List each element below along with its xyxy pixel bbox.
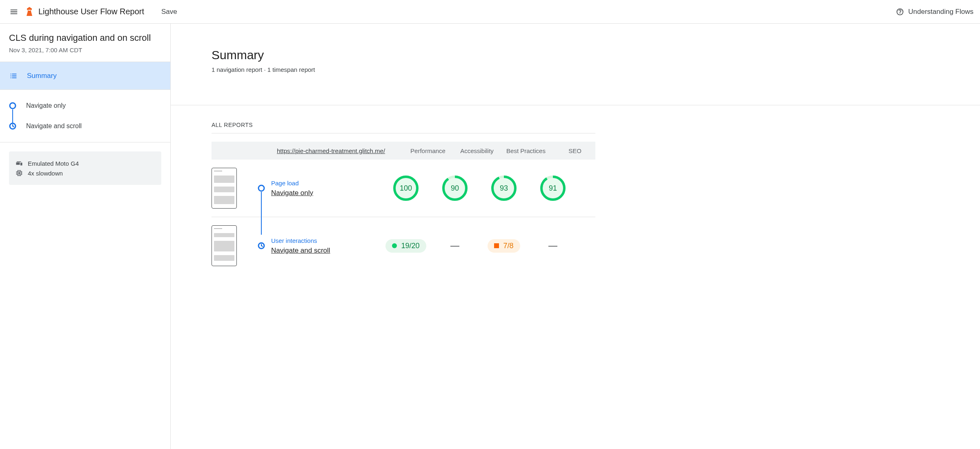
sidebar-step-label: Navigate and scroll — [26, 122, 82, 130]
lighthouse-logo-icon — [25, 7, 33, 17]
all-reports-heading: ALL REPORTS — [212, 122, 980, 128]
hamburger-icon — [9, 7, 18, 16]
gauge-best-practices: 93 — [491, 176, 517, 201]
sidebar-step-label: Navigate only — [26, 102, 66, 109]
help-icon — [896, 8, 904, 16]
col-seo: SEO — [550, 147, 599, 154]
flow-date: Nov 3, 2021, 7:00 AM CDT — [9, 47, 161, 53]
not-applicable: — — [450, 240, 459, 251]
table-row: Page load Navigate only 100 90 — [212, 160, 595, 217]
gauge-seo: 91 — [540, 176, 566, 201]
timespan-icon — [9, 122, 16, 130]
navigation-icon — [258, 184, 265, 192]
environment-info: Emulated Moto G4 4x slowdown — [9, 151, 161, 185]
table-header: https://pie-charmed-treatment.glitch.me/… — [212, 142, 595, 160]
sidebar-step-navigate-and-scroll[interactable]: Navigate and scroll — [0, 116, 170, 136]
screenshot-thumbnail — [212, 168, 237, 209]
page-subtitle: 1 navigation report · 1 timespan report — [212, 66, 980, 73]
cpu-throttle-label: 4x slowdown — [28, 170, 63, 177]
step-name-link[interactable]: Navigate and scroll — [271, 247, 381, 255]
devices-icon — [16, 160, 23, 167]
menu-button[interactable] — [7, 4, 21, 19]
help-label: Understanding Flows — [908, 8, 973, 16]
flow-connector — [261, 192, 262, 235]
col-accessibility: Accessibility — [452, 147, 501, 154]
not-applicable: — — [548, 240, 557, 251]
cpu-icon — [16, 169, 23, 177]
sidebar: CLS during navigation and on scroll Nov … — [0, 24, 171, 449]
gauge-performance: 100 — [393, 176, 419, 201]
fraction-best-practices: 7/8 — [488, 239, 520, 253]
sidebar-summary-label: Summary — [27, 72, 57, 80]
svg-rect-5 — [18, 172, 20, 174]
pass-dot-icon — [392, 243, 397, 248]
report-url[interactable]: https://pie-charmed-treatment.glitch.me/ — [277, 147, 403, 154]
sidebar-step-navigate-only[interactable]: Navigate only — [0, 96, 170, 116]
svg-rect-0 — [28, 10, 31, 11]
list-icon — [9, 71, 18, 80]
step-kind-label: Page load — [271, 180, 381, 187]
screenshot-thumbnail — [212, 225, 237, 266]
help-link[interactable]: Understanding Flows — [896, 8, 973, 16]
svg-point-6 — [258, 185, 264, 191]
flow-connector — [12, 109, 13, 123]
save-button[interactable]: Save — [161, 8, 177, 16]
fraction-performance: 19/20 — [385, 239, 426, 253]
main-content: Summary 1 navigation report · 1 timespan… — [171, 24, 980, 449]
device-label: Emulated Moto G4 — [28, 160, 79, 167]
col-best-practices: Best Practices — [501, 147, 550, 154]
average-square-icon — [494, 243, 499, 248]
navigation-icon — [9, 102, 16, 109]
step-name-link[interactable]: Navigate only — [271, 189, 381, 197]
col-performance: Performance — [403, 147, 452, 154]
flow-title: CLS during navigation and on scroll — [9, 33, 161, 43]
gauge-accessibility: 90 — [442, 176, 468, 201]
app-title: Lighthouse User Flow Report — [38, 7, 144, 16]
svg-point-2 — [10, 103, 16, 109]
table-row: User interactions Navigate and scroll 19… — [212, 217, 595, 274]
page-title: Summary — [212, 48, 980, 62]
sidebar-summary[interactable]: Summary — [0, 62, 170, 90]
step-kind-label: User interactions — [271, 237, 381, 244]
timespan-icon — [258, 242, 265, 249]
